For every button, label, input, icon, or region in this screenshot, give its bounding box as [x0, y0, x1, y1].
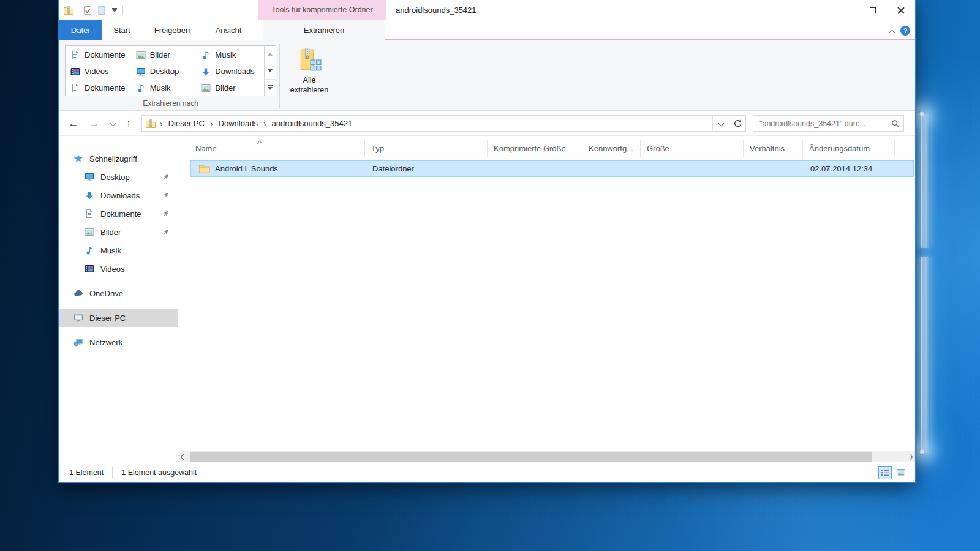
breadcrumb-downloads[interactable]: Downloads — [217, 119, 259, 128]
close-button[interactable] — [887, 0, 915, 20]
large-icons-view-icon — [896, 468, 906, 478]
tab-ansicht[interactable]: Ansicht — [202, 20, 255, 40]
back-button[interactable]: ← — [65, 111, 82, 136]
maximize-button[interactable] — [859, 0, 887, 20]
search-box — [753, 115, 904, 132]
gallery-item-musik[interactable]: Musik — [198, 50, 264, 60]
horizontal-scrollbar[interactable] — [178, 451, 915, 462]
column-header-komprimierte-groesse[interactable]: Komprimierte Größe — [488, 140, 582, 157]
gallery-scroll-up-button[interactable] — [265, 46, 276, 62]
sidebar-item-bilder[interactable]: Bilder — [59, 223, 178, 241]
breadcrumb-separator: › — [156, 119, 167, 129]
music-icon — [201, 50, 211, 60]
file-list-pane: Name Typ Komprimierte Größe Kennwortg...… — [178, 136, 915, 463]
divider — [112, 467, 113, 478]
zip-folder-icon — [146, 119, 156, 129]
videos-icon — [70, 67, 80, 77]
divider — [123, 6, 123, 15]
column-header-aenderungsdatum[interactable]: Änderungsdatum — [803, 140, 895, 157]
collapse-ribbon-button[interactable] — [890, 26, 894, 37]
gallery-item-label: Bilder — [150, 50, 170, 59]
computer-icon — [74, 313, 83, 323]
breadcrumb-current-folder[interactable]: androidlsounds_35421 — [271, 119, 354, 128]
desktop-icon — [85, 172, 94, 182]
sidebar-item-musik[interactable]: Musik — [59, 241, 178, 260]
properties-button[interactable] — [83, 6, 92, 15]
gallery-item-bilder[interactable]: Bilder — [134, 50, 199, 60]
gallery-item-label: Bilder — [215, 83, 235, 92]
address-bar[interactable]: › Dieser PC › Downloads › androidlsounds… — [141, 115, 746, 132]
column-header-kennwortgeschuetzt[interactable]: Kennwortg... — [582, 140, 641, 157]
column-header-verhaeltnis[interactable]: Verhältnis — [744, 140, 803, 157]
gallery-scroll-down-button[interactable] — [265, 62, 276, 79]
sidebar-item-schnellzugriff[interactable]: Schnellzugriff — [59, 149, 178, 168]
recent-locations-dropdown[interactable] — [107, 111, 119, 136]
sidebar-item-dieser-pc[interactable]: Dieser PC — [59, 309, 178, 327]
scrollbar-thumb[interactable] — [190, 452, 872, 462]
sidebar-item-onedrive[interactable]: OneDrive — [59, 284, 178, 302]
chevron-down-icon — [110, 121, 116, 127]
refresh-button[interactable] — [729, 116, 745, 131]
column-header-label: Verhältnis — [750, 144, 785, 153]
gallery-item-bilder-2[interactable]: Bilder — [198, 83, 264, 93]
gallery-item-label: Desktop — [150, 67, 179, 76]
sidebar-item-videos[interactable]: Videos — [59, 260, 178, 278]
title-bar[interactable]: Tools für komprimierte Ordner androidlso… — [59, 0, 915, 20]
column-header-typ[interactable]: Typ — [365, 140, 488, 157]
column-header-groesse[interactable]: Größe — [641, 140, 744, 157]
gallery-item-desktop[interactable]: Desktop — [134, 67, 199, 77]
search-icon[interactable] — [891, 119, 900, 128]
sidebar-item-label: Netzwerk — [89, 338, 123, 347]
minimize-button[interactable] — [831, 0, 859, 20]
sidebar-item-netzwerk[interactable]: Netzwerk — [59, 333, 178, 351]
refresh-icon — [733, 119, 742, 128]
pictures-icon — [85, 227, 94, 237]
gallery-item-musik-2[interactable]: Musik — [134, 83, 199, 93]
large-icons-view-button[interactable] — [894, 466, 908, 479]
gallery-scroll-controls — [264, 46, 276, 96]
search-input[interactable] — [758, 119, 891, 129]
tab-freigeben[interactable]: Freigeben — [142, 20, 202, 40]
gallery-item-label: Dokumente — [85, 50, 125, 59]
sidebar-item-desktop[interactable]: Desktop — [59, 168, 178, 186]
help-button[interactable]: ? — [900, 26, 910, 36]
column-header-label: Größe — [647, 144, 669, 153]
sidebar-item-dokumente[interactable]: Dokumente — [59, 204, 178, 223]
gallery-item-dokumente-2[interactable]: Dokumente — [68, 83, 134, 93]
address-dropdown-button[interactable] — [713, 116, 729, 131]
gallery-item-dokumente[interactable]: Dokumente — [68, 50, 134, 60]
tab-datei[interactable]: Datei — [59, 20, 102, 40]
breadcrumb-dieser-pc[interactable]: Dieser PC — [167, 119, 206, 128]
gallery-item-label: Musik — [215, 50, 236, 59]
scroll-right-button[interactable] — [905, 451, 915, 462]
extract-all-button[interactable]: Alle extrahieren — [282, 43, 337, 108]
gallery-item-videos[interactable]: Videos — [68, 67, 134, 77]
downloads-icon — [85, 190, 94, 200]
gallery-more-button[interactable] — [265, 80, 276, 96]
selection-count: 1 Element ausgewählt — [121, 468, 197, 477]
pin-icon — [162, 228, 170, 236]
document-icon — [85, 209, 94, 219]
tab-extrahieren[interactable]: Extrahieren — [263, 20, 385, 40]
gallery-item-label: Videos — [85, 67, 109, 76]
extract-to-gallery: Dokumente Bilder Musik Videos Desktop Do… — [65, 45, 276, 96]
customize-quick-access-dropdown[interactable] — [111, 7, 118, 14]
zip-folder-icon — [64, 6, 74, 15]
file-type-cell: Dateiordner — [366, 164, 488, 173]
gallery-item-downloads[interactable]: Downloads — [198, 67, 264, 77]
tab-start[interactable]: Start — [102, 20, 142, 40]
sidebar-item-downloads[interactable]: Downloads — [59, 186, 178, 204]
file-row-android-l-sounds[interactable]: Android L Sounds Dateiordner 02.07.2014 … — [190, 160, 914, 177]
forward-button[interactable]: → — [86, 111, 103, 136]
maximize-icon — [870, 7, 876, 13]
column-header-label: Komprimierte Größe — [494, 144, 566, 153]
up-button[interactable]: ↑ — [120, 111, 137, 136]
column-header-name[interactable]: Name — [178, 140, 365, 157]
column-header-label: Änderungsdatum — [809, 144, 870, 153]
details-view-button[interactable] — [878, 466, 892, 479]
sidebar-item-label: Bilder — [100, 228, 121, 237]
scroll-left-button[interactable] — [178, 451, 189, 462]
document-icon — [70, 83, 80, 93]
sidebar-item-label: Dokumente — [100, 209, 141, 219]
new-folder-button[interactable] — [97, 6, 107, 15]
